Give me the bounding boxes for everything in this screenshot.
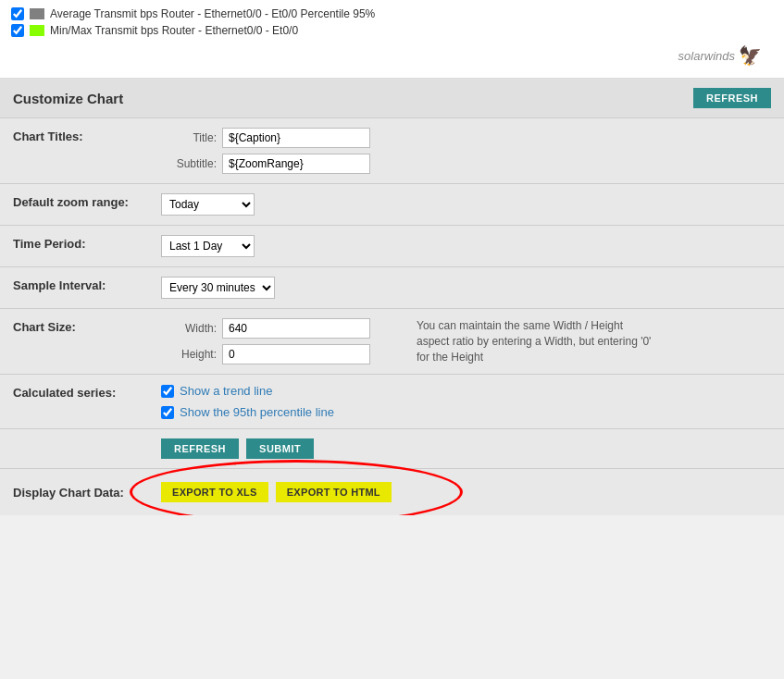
chart-size-hint: You can maintain the same Width / Height… — [417, 318, 657, 364]
action-row: REFRESH SUBMIT — [0, 429, 784, 469]
chart-size-label: Chart Size: — [13, 318, 161, 334]
time-field-row: Last 1 Day Last 7 Days Last 30 Days Last… — [161, 235, 771, 257]
percentile-line-checkbox[interactable] — [161, 406, 174, 419]
chart-size-main: Width: Height: You can maintain the same… — [161, 318, 657, 364]
subtitle-input[interactable] — [222, 154, 370, 174]
time-period-label: Time Period: — [13, 235, 161, 251]
solarwinds-bird-icon: 🦅 — [739, 44, 762, 67]
zoom-select[interactable]: Today Last 1 Day Last 7 Days Last 30 Day… — [161, 193, 255, 216]
time-period-section: Time Period: Last 1 Day Last 7 Days Last… — [0, 226, 784, 267]
width-input[interactable] — [222, 318, 370, 339]
legend-color-1 — [30, 8, 44, 19]
chart-titles-content: Title: Subtitle: — [161, 128, 771, 174]
legend-color-2 — [30, 25, 44, 36]
time-period-select[interactable]: Last 1 Day Last 7 Days Last 30 Days Last… — [161, 235, 255, 257]
legend-item-1: Average Transmit bps Router - Ethernet0/… — [11, 7, 773, 20]
panel-header: Customize Chart REFRESH — [0, 79, 784, 118]
zoom-range-section: Default zoom range: Today Last 1 Day Las… — [0, 184, 784, 226]
legend-label-1: Average Transmit bps Router - Ethernet0/… — [50, 7, 375, 20]
sample-interval-content: Every 30 minutes Every 1 hour Every 6 ho… — [161, 277, 771, 299]
width-label: Width: — [161, 322, 217, 335]
trend-line-label: Show a trend line — [180, 384, 272, 398]
legend-area: Average Transmit bps Router - Ethernet0/… — [0, 0, 784, 79]
display-chart-label: Display Chart Data: — [13, 486, 161, 500]
height-label: Height: — [161, 348, 217, 361]
export-xls-button[interactable]: EXPORT TO XLS — [161, 482, 268, 502]
time-period-content: Last 1 Day Last 7 Days Last 30 Days Last… — [161, 235, 771, 257]
legend-checkbox-1[interactable] — [11, 7, 24, 20]
chart-size-section: Chart Size: Width: Height: You can maint… — [0, 309, 784, 375]
header-refresh-button[interactable]: REFRESH — [693, 88, 771, 108]
calculated-series-label: Calculated series: — [13, 384, 161, 400]
refresh-button[interactable]: REFRESH — [161, 438, 239, 459]
solarwinds-logo-area: solarwinds 🦅 — [11, 41, 773, 70]
sample-field-row: Every 30 minutes Every 1 hour Every 6 ho… — [161, 277, 771, 299]
percentile-line-label: Show the 95th percentile line — [180, 405, 334, 419]
trend-line-row[interactable]: Show a trend line — [161, 384, 334, 398]
display-chart-content: EXPORT TO XLS EXPORT TO HTML — [161, 482, 392, 502]
title-label: Title: — [161, 131, 217, 144]
height-input[interactable] — [222, 344, 370, 364]
solarwinds-text: solarwinds — [678, 49, 735, 63]
legend-checkbox-2[interactable] — [11, 24, 24, 37]
chart-titles-section: Chart Titles: Title: Subtitle: — [0, 118, 784, 184]
title-input[interactable] — [222, 128, 370, 148]
sample-interval-select[interactable]: Every 30 minutes Every 1 hour Every 6 ho… — [161, 277, 275, 299]
size-fields: Width: Height: — [161, 318, 370, 364]
percentile-line-row[interactable]: Show the 95th percentile line — [161, 405, 334, 419]
submit-button[interactable]: SUBMIT — [246, 438, 314, 459]
trend-line-checkbox[interactable] — [161, 385, 174, 398]
zoom-range-label: Default zoom range: — [13, 193, 161, 209]
subtitle-field-row: Subtitle: — [161, 154, 771, 174]
legend-item-2: Min/Max Transmit bps Router - Ethernet0/… — [11, 24, 773, 37]
calculated-series-section: Calculated series: Show a trend line Sho… — [0, 375, 784, 429]
chart-titles-label: Chart Titles: — [13, 128, 161, 143]
checkbox-group: Show a trend line Show the 95th percenti… — [161, 384, 334, 419]
legend-label-2: Min/Max Transmit bps Router - Ethernet0/… — [50, 24, 298, 37]
panel-title: Customize Chart — [13, 91, 123, 106]
title-field-row: Title: — [161, 128, 771, 148]
sample-interval-section: Sample Interval: Every 30 minutes Every … — [0, 267, 784, 309]
sample-interval-label: Sample Interval: — [13, 277, 161, 292]
display-chart-section: Display Chart Data: EXPORT TO XLS EXPORT… — [0, 469, 784, 515]
height-field-row: Height: — [161, 344, 370, 364]
export-html-button[interactable]: EXPORT TO HTML — [276, 482, 392, 502]
customize-chart-panel: Customize Chart REFRESH Chart Titles: Ti… — [0, 79, 784, 515]
zoom-range-content: Today Last 1 Day Last 7 Days Last 30 Day… — [161, 193, 771, 216]
width-field-row: Width: — [161, 318, 370, 339]
subtitle-label: Subtitle: — [161, 157, 217, 170]
zoom-field-row: Today Last 1 Day Last 7 Days Last 30 Day… — [161, 193, 771, 216]
